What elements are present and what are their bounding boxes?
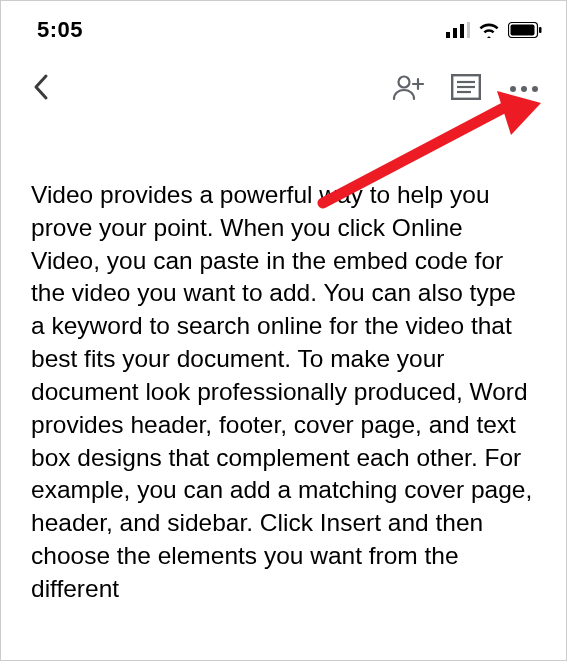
app-nav-bar <box>1 49 566 119</box>
svg-rect-6 <box>539 27 542 33</box>
person-add-icon <box>392 73 424 105</box>
more-options-button[interactable] <box>504 69 544 109</box>
more-horizontal-icon <box>509 80 539 98</box>
cellular-signal-icon <box>446 22 470 38</box>
svg-rect-2 <box>460 24 464 38</box>
battery-icon <box>508 22 542 38</box>
svg-rect-0 <box>446 32 450 38</box>
chevron-left-icon <box>32 73 50 105</box>
document-paragraph: Video provides a powerful way to help yo… <box>31 179 536 606</box>
status-indicators <box>446 22 542 38</box>
document-body[interactable]: Video provides a powerful way to help yo… <box>1 119 566 606</box>
svg-rect-3 <box>467 22 470 38</box>
status-time: 5:05 <box>37 17 83 43</box>
document-text-icon <box>451 74 481 104</box>
status-bar: 5:05 <box>1 1 566 49</box>
wifi-icon <box>478 22 500 38</box>
back-button[interactable] <box>21 69 61 109</box>
view-mode-button[interactable] <box>446 69 486 109</box>
svg-rect-1 <box>453 28 457 38</box>
svg-point-7 <box>399 77 410 88</box>
svg-rect-5 <box>511 25 535 36</box>
svg-point-15 <box>521 86 527 92</box>
svg-point-14 <box>510 86 516 92</box>
share-add-person-button[interactable] <box>388 69 428 109</box>
svg-point-16 <box>532 86 538 92</box>
